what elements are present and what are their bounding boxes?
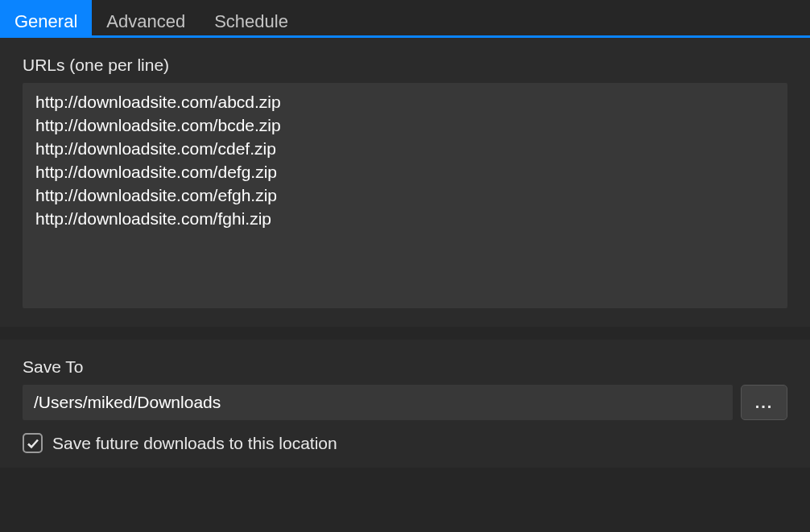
saveto-panel: Save To ... Save future downloads to thi…	[0, 340, 810, 468]
browse-button[interactable]: ...	[741, 385, 787, 420]
saveto-label: Save To	[23, 357, 787, 377]
tab-general[interactable]: General	[0, 0, 92, 35]
tab-bar: General Advanced Schedule	[0, 0, 810, 38]
saveto-row: ...	[23, 385, 787, 420]
tab-schedule[interactable]: Schedule	[200, 0, 303, 35]
future-location-checkbox[interactable]	[23, 433, 43, 453]
urls-textarea[interactable]	[23, 83, 787, 308]
tab-advanced[interactable]: Advanced	[92, 0, 200, 35]
check-icon	[27, 437, 39, 450]
urls-panel: URLs (one per line)	[0, 38, 810, 327]
urls-label: URLs (one per line)	[23, 56, 787, 75]
future-location-row: Save future downloads to this location	[23, 433, 787, 453]
saveto-path-input[interactable]	[23, 385, 733, 420]
future-location-label[interactable]: Save future downloads to this location	[52, 434, 337, 453]
